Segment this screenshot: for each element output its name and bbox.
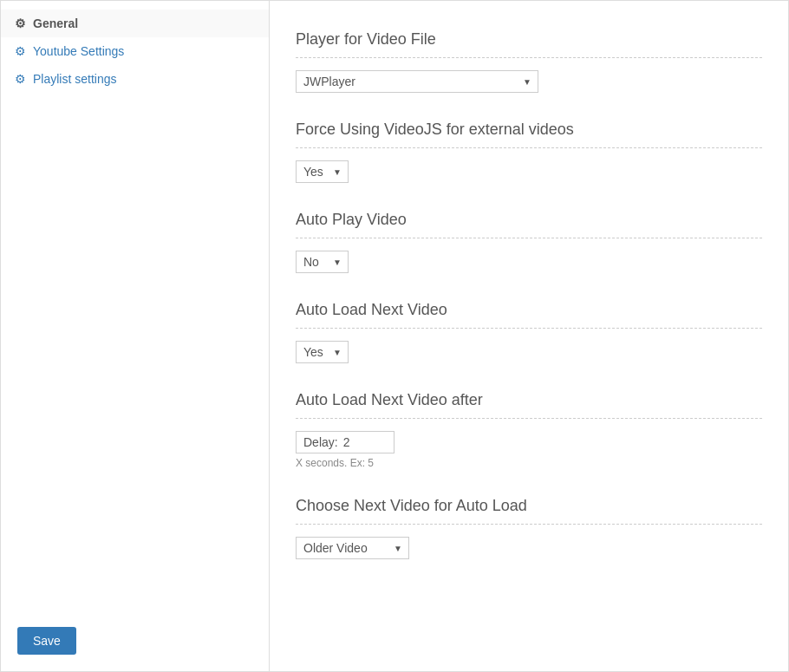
choose-next-video-select[interactable]: Older Video Newer Video Random Video [296, 537, 409, 559]
gear-icon-playlist: ⚙ [15, 72, 26, 86]
section-auto-load-next: Auto Load Next Video Yes No [296, 289, 762, 363]
gear-icon-general: ⚙ [15, 16, 26, 30]
sidebar-item-youtube[interactable]: ⚙ Youtube Settings [1, 37, 269, 65]
player-select-wrapper[interactable]: JWPlayer VideoJS HTML5 [296, 70, 538, 93]
force-videojs-select-wrapper[interactable]: Yes No [296, 160, 349, 183]
auto-play-select-wrapper[interactable]: Yes No [296, 251, 349, 273]
section-title-player: Player for Video File [296, 18, 762, 57]
sidebar-label-youtube: Youtube Settings [33, 44, 124, 58]
section-auto-play: Auto Play Video Yes No [296, 199, 762, 273]
sidebar-label-playlist: Playlist settings [33, 72, 116, 86]
section-player-video-file: Player for Video File JWPlayer VideoJS H… [296, 18, 762, 93]
section-title-auto-play: Auto Play Video [296, 199, 762, 238]
section-title-auto-load-next: Auto Load Next Video [296, 289, 762, 328]
delay-hint: X seconds. Ex: 5 [296, 457, 762, 469]
divider-force-videojs [296, 147, 762, 148]
auto-play-select[interactable]: Yes No [296, 251, 349, 273]
auto-load-next-select-wrapper[interactable]: Yes No [296, 341, 349, 363]
delay-row: Delay: [296, 431, 394, 453]
delay-input[interactable] [343, 435, 387, 449]
sidebar-label-general: General [33, 16, 78, 30]
delay-label: Delay: [303, 435, 338, 449]
section-title-force-videojs: Force Using VideoJS for external videos [296, 108, 762, 147]
section-title-choose-next-video: Choose Next Video for Auto Load [296, 485, 762, 524]
divider-player [296, 57, 762, 58]
section-title-auto-load-after: Auto Load Next Video after [296, 379, 762, 418]
main-content: Player for Video File JWPlayer VideoJS H… [270, 1, 788, 671]
divider-choose-next-video [296, 524, 762, 525]
force-videojs-select[interactable]: Yes No [296, 160, 349, 183]
auto-load-next-select[interactable]: Yes No [296, 341, 349, 363]
divider-auto-load-next [296, 328, 762, 329]
divider-auto-load-after [296, 418, 762, 419]
gear-icon-youtube: ⚙ [15, 44, 26, 58]
player-select[interactable]: JWPlayer VideoJS HTML5 [296, 70, 538, 93]
section-force-videojs: Force Using VideoJS for external videos … [296, 108, 762, 183]
divider-auto-play [296, 238, 762, 238]
choose-next-video-select-wrapper[interactable]: Older Video Newer Video Random Video [296, 537, 409, 559]
save-button[interactable]: Save [17, 627, 76, 655]
sidebar-item-playlist[interactable]: ⚙ Playlist settings [1, 65, 269, 93]
section-auto-load-after: Auto Load Next Video after Delay: X seco… [296, 379, 762, 469]
sidebar-item-general[interactable]: ⚙ General [1, 10, 269, 37]
section-choose-next-video: Choose Next Video for Auto Load Older Vi… [296, 485, 762, 559]
sidebar: ⚙ General ⚙ Youtube Settings ⚙ Playlist … [1, 1, 270, 671]
